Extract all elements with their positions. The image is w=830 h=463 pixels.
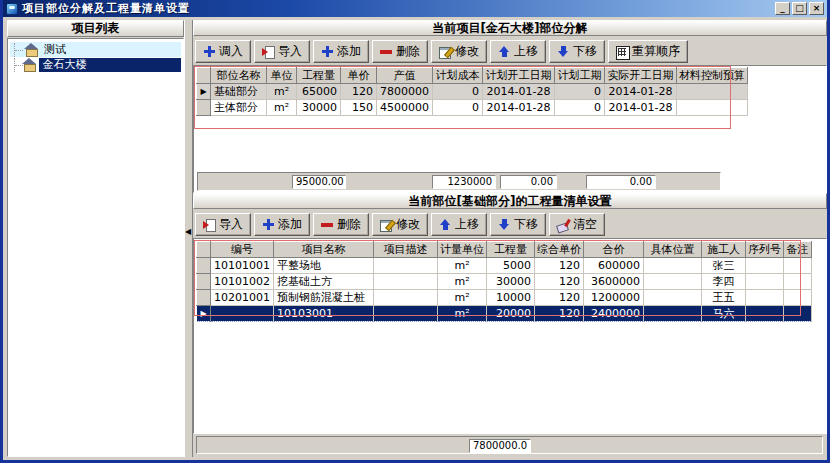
row-selector-header (197, 242, 211, 258)
move-up-button[interactable]: 上移 (431, 213, 487, 236)
eraser-icon (557, 219, 570, 231)
maximize-button[interactable]: □ (792, 2, 807, 15)
house-icon (24, 43, 39, 56)
part-totals-bar: 95000.00 1230000 0.00 0.00 (197, 172, 721, 191)
total-price-sum: 7800000.0 (469, 439, 531, 453)
col-total-price[interactable]: 合价 (584, 242, 644, 258)
tree-branch-line (14, 43, 24, 57)
part-table-header-row: 部位名称 单位 工程量 单价 产值 计划成本 计划开工日期 计划工期 实际开工日… (197, 68, 748, 84)
col-code[interactable]: 编号 (211, 242, 274, 258)
col-quantity[interactable]: 工程量 (297, 68, 341, 84)
splitter-collapse-arrow[interactable]: ◀ (185, 228, 191, 236)
col-quantity[interactable]: 工程量 (487, 242, 535, 258)
add-button[interactable]: 添加 (254, 213, 310, 236)
part-table[interactable]: 部位名称 单位 工程量 单价 产值 计划成本 计划开工日期 计划工期 实际开工日… (196, 67, 748, 116)
col-comp-unit-price[interactable]: 综合单价 (535, 242, 584, 258)
import-button[interactable]: 导入 (195, 213, 251, 236)
col-material-budget[interactable]: 材料控制预算 (677, 68, 748, 84)
total-planned-cost: 0.00 (500, 175, 557, 189)
col-part-name[interactable]: 部位名称 (211, 68, 267, 84)
row-selector (197, 274, 211, 290)
project-list-panel: 项目列表 测试 金石大楼 (7, 20, 184, 457)
col-remark[interactable]: 备注 (784, 242, 812, 258)
boq-settings-header: 当前部位[基础部分]的工程量清单设置 (193, 193, 827, 209)
boq-table[interactable]: 编号 项目名称 项目描述 计量单位 工程量 综合单价 合价 具体位置 施工人 序… (196, 241, 812, 322)
edit-notebook-icon (439, 46, 452, 58)
col-actual-start[interactable]: 实际开工日期 (605, 68, 677, 84)
table-row[interactable]: 主体部分 m² 30000 150 4500000 0 2014-01-28 0… (197, 100, 748, 116)
delete-button[interactable]: 删除 (313, 213, 369, 236)
move-down-button[interactable]: 下移 (490, 213, 546, 236)
total-quantity: 95000.00 (292, 175, 346, 189)
tree-branch-line (14, 58, 22, 72)
app-icon (6, 3, 18, 15)
col-output-value[interactable]: 产值 (377, 68, 433, 84)
row-selector (197, 290, 211, 306)
house-icon (22, 58, 37, 71)
row-selector (197, 100, 211, 116)
total-output-value: 1230000 (432, 175, 496, 189)
edit-notebook-icon (380, 219, 393, 231)
col-measure-unit[interactable]: 计量单位 (438, 242, 487, 258)
total-planned-duration: 0.00 (586, 175, 656, 189)
minimize-button[interactable]: _ (775, 2, 790, 15)
col-location[interactable]: 具体位置 (644, 242, 702, 258)
project-list: 测试 金石大楼 (7, 38, 184, 457)
table-row[interactable]: 10101001 平整场地 m² 5000 120 600000 张三 (197, 258, 812, 274)
part-decomposition-header: 当前项目[金石大楼]部位分解 (193, 20, 827, 36)
table-row-selected[interactable]: ▶ 10103001 m² 20000 120 2400000 马六 (197, 306, 812, 322)
current-row-marker: ▶ (197, 84, 211, 100)
col-item-name[interactable]: 项目名称 (274, 242, 374, 258)
table-row[interactable]: ▶ 基础部分 m² 65000 120 7800000 0 2014-01-28… (197, 84, 748, 100)
move-down-button[interactable]: 下移 (549, 40, 605, 63)
modify-button[interactable]: 修改 (372, 213, 428, 236)
col-constructor[interactable]: 施工人 (702, 242, 746, 258)
arrow-up-icon (498, 46, 511, 58)
close-button[interactable]: × (809, 2, 824, 15)
minus-icon (380, 46, 393, 58)
project-item-label: 测试 (41, 43, 69, 57)
plus-icon (321, 46, 334, 58)
app-window: 项目部位分解及工程量清单设置 _ □ × 项目列表 测试 金石大楼 ◀ (0, 0, 830, 463)
col-item-desc[interactable]: 项目描述 (374, 242, 438, 258)
row-selector (197, 258, 211, 274)
project-item-test[interactable]: 测试 (10, 42, 181, 57)
arrow-down-icon (557, 46, 570, 58)
window-title: 项目部位分解及工程量清单设置 (22, 1, 190, 16)
main-area: 当前项目[金石大楼]部位分解 调入 导入 添加 删除 修改 (193, 20, 827, 457)
project-item-jinshi-building[interactable]: 金石大楼 (10, 57, 181, 72)
project-list-header: 项目列表 (7, 20, 184, 37)
clear-button[interactable]: 清空 (549, 213, 605, 236)
table-row[interactable]: 10101002 挖基础土方 m² 30000 120 3600000 李四 (197, 274, 812, 290)
col-planned-cost[interactable]: 计划成本 (433, 68, 483, 84)
recalc-order-button[interactable]: 重算顺序 (608, 40, 688, 63)
minus-icon (321, 219, 334, 231)
panel-splitter[interactable]: ◀ (184, 20, 193, 457)
arrow-up-icon (439, 219, 452, 231)
boq-grid-area: 编号 项目名称 项目描述 计量单位 工程量 综合单价 合价 具体位置 施工人 序… (193, 238, 827, 434)
import-icon (203, 219, 216, 231)
title-bar[interactable]: 项目部位分解及工程量清单设置 _ □ × (3, 0, 827, 17)
col-serial[interactable]: 序列号 (746, 242, 784, 258)
current-row-marker: ▶ (197, 306, 211, 322)
col-unit[interactable]: 单位 (267, 68, 297, 84)
grid-calc-icon (616, 46, 629, 58)
add-button[interactable]: 添加 (313, 40, 369, 63)
import-button[interactable]: 导入 (254, 40, 310, 63)
move-up-button[interactable]: 上移 (490, 40, 546, 63)
table-row[interactable]: 10201001 预制钢筋混凝土桩 m² 10000 120 1200000 王… (197, 290, 812, 306)
arrow-down-icon (498, 219, 511, 231)
part-grid-area: 部位名称 单位 工程量 单价 产值 计划成本 计划开工日期 计划工期 实际开工日… (193, 65, 827, 193)
import-icon (262, 46, 275, 58)
plus-icon (203, 46, 216, 58)
boq-totals-bar: 7800000.0 (196, 436, 823, 454)
modify-button[interactable]: 修改 (431, 40, 487, 63)
project-item-label: 金石大楼 (39, 58, 181, 72)
col-planned-duration[interactable]: 计划工期 (555, 68, 605, 84)
row-selector-header (197, 68, 211, 84)
col-unit-price[interactable]: 单价 (341, 68, 377, 84)
load-button[interactable]: 调入 (195, 40, 251, 63)
col-planned-start[interactable]: 计划开工日期 (483, 68, 555, 84)
plus-icon (262, 219, 275, 231)
delete-button[interactable]: 删除 (372, 40, 428, 63)
